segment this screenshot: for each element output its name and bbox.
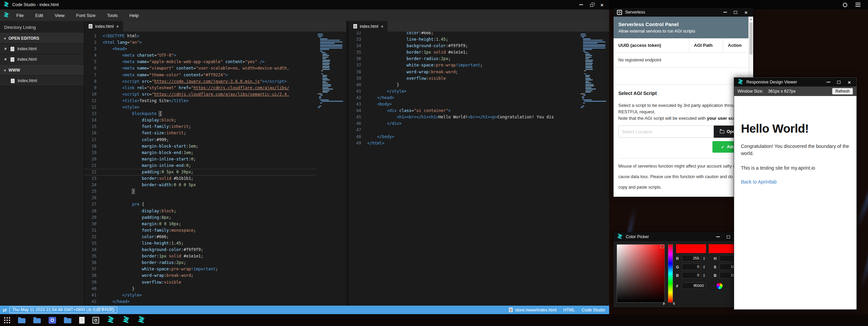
minimize-icon[interactable] xyxy=(825,79,832,85)
code-studio-logo-icon[interactable] xyxy=(107,316,114,325)
code-line: 32 color:#666; xyxy=(349,32,609,36)
line-content: color:#666; xyxy=(367,32,433,36)
color-cursor[interactable] xyxy=(661,245,664,248)
code-line: 41 </style> xyxy=(84,292,346,299)
channel-value-g[interactable]: 0 xyxy=(682,264,701,270)
line-number: 45 xyxy=(349,114,361,120)
close-file-icon[interactable]: × xyxy=(3,57,7,62)
panel-subtitle: Allow external services to run AGI scrip… xyxy=(618,29,744,34)
close-icon[interactable]: × xyxy=(598,2,606,8)
rendered-page: Hello World! Congratulation! You discove… xyxy=(734,96,856,309)
minimap-line xyxy=(320,40,340,41)
minimap-line xyxy=(320,44,342,45)
serverless-title-bar: O Serverless × xyxy=(614,8,753,17)
close-file-icon[interactable]: × xyxy=(3,46,7,51)
code-line: 4 <meta charset="UTF-8"> xyxy=(84,52,346,59)
folder-icon[interactable] xyxy=(64,318,71,323)
code-line: 25 } xyxy=(84,188,346,195)
close-icon[interactable]: × xyxy=(742,9,750,15)
sidebar-item-index.html[interactable]: index.html xyxy=(0,76,84,86)
line-number: 22 xyxy=(84,169,96,175)
folder-icon[interactable] xyxy=(18,318,25,323)
menu-item-help[interactable]: Help xyxy=(124,13,145,18)
scrollbar-thumb[interactable] xyxy=(749,22,752,55)
saturation-canvas[interactable] xyxy=(617,244,665,303)
back-to-aprintlab-link[interactable]: Back to Aprintlab xyxy=(741,179,850,185)
spinner-circle-icon[interactable] xyxy=(843,3,847,7)
color-wheel-icon[interactable] xyxy=(716,283,723,289)
channel-label-h: H xyxy=(714,256,718,261)
folder-icon[interactable] xyxy=(33,318,41,323)
stepper-icon[interactable]: ▲▼ xyxy=(703,256,706,261)
music-disc-icon[interactable] xyxy=(49,317,56,324)
minimap-line xyxy=(322,92,328,93)
slider-marker-icon[interactable] xyxy=(663,302,665,305)
divider xyxy=(618,158,744,158)
hamburger-menu-icon[interactable] xyxy=(855,3,861,7)
script-location-input[interactable] xyxy=(618,126,714,138)
line-number: 48 xyxy=(349,134,361,140)
status-datetime[interactable]: Thu May 11 2023 21:54:48 GMT+0800 (台北標準時… xyxy=(10,307,118,313)
minimap-line xyxy=(581,93,585,94)
code-studio-logo-icon[interactable] xyxy=(122,316,130,325)
minimap-line xyxy=(584,52,588,53)
scroll-up-arrow-icon[interactable]: ▲ xyxy=(749,17,753,21)
menu-item-file[interactable]: File xyxy=(11,13,30,18)
line-number: 17 xyxy=(84,137,96,143)
code-line: 31 font-family:monospace; xyxy=(84,227,346,234)
minimap[interactable] xyxy=(579,32,609,306)
slider-marker-icon[interactable] xyxy=(673,302,675,305)
minimap-line xyxy=(583,44,605,45)
minimize-icon[interactable] xyxy=(577,2,585,8)
serverless-o-icon[interactable]: O xyxy=(92,317,99,324)
tab-index-html[interactable]: index.html× xyxy=(349,21,388,32)
hue-slider[interactable] xyxy=(668,244,673,303)
minimap-line xyxy=(583,102,585,103)
restore-icon[interactable] xyxy=(588,2,595,8)
hex-value-field[interactable]: ff0000 xyxy=(682,283,706,289)
menu-item-edit[interactable]: Edit xyxy=(30,13,49,18)
code-line: 14 display:block; xyxy=(84,117,346,123)
document-icon[interactable] xyxy=(79,317,85,324)
stepper-icon[interactable]: ▲▼ xyxy=(703,265,706,269)
code-studio-logo-icon[interactable] xyxy=(138,316,145,325)
maximize-icon[interactable] xyxy=(732,9,739,15)
line-number: 4 xyxy=(84,52,96,59)
code-line: 35 border:1px solid #e1e1e1; xyxy=(349,49,609,56)
app-grid-icon[interactable] xyxy=(4,317,10,323)
menu-item-view[interactable]: View xyxy=(49,13,70,18)
status-file-path[interactable]: store:/www/index.html xyxy=(515,308,556,312)
sidebar-item-index.html[interactable]: ×index.html xyxy=(0,54,84,65)
minimap[interactable] xyxy=(316,32,346,306)
sidebar-item-index.html[interactable]: ×index.html xyxy=(0,44,84,54)
status-file-type[interactable]: HTML xyxy=(563,308,575,312)
close-tab-icon[interactable]: × xyxy=(117,24,119,28)
line-content: color:#999; xyxy=(103,137,169,143)
code-area[interactable]: 1<!DOCTYPE html>2<html lang="en">3 <head… xyxy=(84,32,346,306)
line-number: 39 xyxy=(84,279,96,286)
window-size-label: Window Size: xyxy=(738,89,763,94)
menu-item-font-size[interactable]: Font Size xyxy=(70,13,101,18)
pane-splitter[interactable] xyxy=(346,21,349,306)
code-area[interactable]: 32 color:#666;33 line-height:1.45;34 bac… xyxy=(349,32,609,306)
sidebar-section-www[interactable]: ▾WWW xyxy=(0,65,84,76)
minimize-icon[interactable] xyxy=(721,9,729,15)
maximize-icon[interactable] xyxy=(835,79,843,85)
maximize-icon[interactable] xyxy=(725,234,732,240)
code-line: 11 <title>Testing Site</title> xyxy=(84,98,346,104)
stepper-icon[interactable]: ▲▼ xyxy=(703,273,706,277)
code-line: 35 border:1px solid #e1e1e1; xyxy=(84,253,346,260)
close-tab-icon[interactable]: × xyxy=(381,24,383,28)
tab-index-html[interactable]: index.html× xyxy=(84,21,123,32)
close-icon[interactable]: × xyxy=(846,79,853,85)
menu-item-tools[interactable]: Tools xyxy=(101,13,124,18)
channel-value-b[interactable]: 0 xyxy=(682,272,701,279)
line-number: 23 xyxy=(84,175,96,182)
minimize-icon[interactable] xyxy=(714,234,722,240)
sidebar-section-open-editors[interactable]: ▾OPEN EDITORS xyxy=(0,33,84,44)
channel-value-r[interactable]: 255 xyxy=(682,255,701,262)
line-number: 46 xyxy=(349,120,361,127)
refresh-button[interactable]: Refresh xyxy=(832,88,853,95)
line-number: 30 xyxy=(84,221,96,227)
code-line: 36 border-radius:2px; xyxy=(349,56,609,62)
